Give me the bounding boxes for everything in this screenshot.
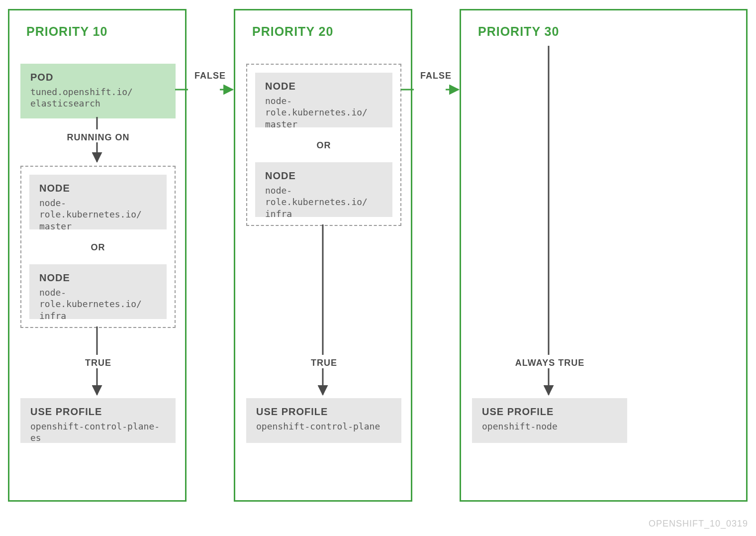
profile-box-p20: USE PROFILE openshift-control-plane: [246, 398, 401, 443]
node-sub: node-role.kubernetes.io/ master: [39, 197, 157, 232]
profile-box-p30: USE PROFILE openshift-node: [472, 398, 627, 443]
node-master-box-p10: NODE node-role.kubernetes.io/ master: [29, 175, 167, 229]
node-title: NODE: [39, 272, 157, 284]
panel-priority-20: PRIORITY 20 NODE node-role.kubernetes.io…: [234, 9, 412, 502]
false-label-2: FALSE: [411, 71, 461, 81]
profile-sub: openshift-control-plane: [256, 421, 391, 432]
or-label-p20: OR: [247, 140, 400, 151]
node-title: NODE: [265, 81, 382, 92]
panel-title: PRIORITY 30: [478, 24, 559, 39]
pod-title: POD: [30, 72, 166, 83]
false-label-1: FALSE: [186, 71, 235, 81]
profile-title: USE PROFILE: [482, 406, 617, 418]
node-infra-box-p20: NODE node-role.kubernetes.io/ infra: [255, 162, 392, 217]
panel-priority-30: PRIORITY 30 ALWAYS TRUE USE PROFILE open…: [460, 9, 748, 502]
profile-title: USE PROFILE: [30, 406, 166, 418]
profile-sub: openshift-node: [482, 421, 617, 432]
node-sub: node-role.kubernetes.io/ infra: [39, 287, 157, 322]
pod-box: POD tuned.openshift.io/ elasticsearch: [20, 64, 176, 118]
node-group-p20: NODE node-role.kubernetes.io/ master OR …: [246, 64, 401, 226]
pod-sub: tuned.openshift.io/ elasticsearch: [30, 86, 166, 109]
diagram-canvas: PRIORITY 10 POD tuned.openshift.io/ elas…: [0, 0, 756, 536]
node-master-box-p20: NODE node-role.kubernetes.io/ master: [255, 73, 392, 127]
footer-code: OPENSHIFT_10_0319: [649, 519, 748, 529]
true-label-p20: TRUE: [235, 358, 413, 368]
node-sub: node-role.kubernetes.io/ infra: [265, 185, 382, 219]
node-title: NODE: [39, 183, 157, 194]
node-title: NODE: [265, 170, 382, 182]
panel-priority-10: PRIORITY 10 POD tuned.openshift.io/ elas…: [8, 9, 187, 502]
true-label-p10: TRUE: [9, 358, 187, 368]
profile-sub: openshift-control-plane-es: [30, 421, 166, 444]
node-group-p10: NODE node-role.kubernetes.io/ master OR …: [20, 166, 176, 328]
profile-box-p10: USE PROFILE openshift-control-plane-es: [20, 398, 176, 443]
running-on-label: RUNNING ON: [9, 132, 187, 143]
node-infra-box-p10: NODE node-role.kubernetes.io/ infra: [29, 264, 167, 319]
panel-title: PRIORITY 10: [26, 24, 107, 39]
panel-title: PRIORITY 20: [252, 24, 333, 39]
profile-title: USE PROFILE: [256, 406, 391, 418]
always-true-label: ALWAYS TRUE: [461, 358, 639, 368]
or-label-p10: OR: [21, 242, 175, 253]
node-sub: node-role.kubernetes.io/ master: [265, 95, 382, 130]
